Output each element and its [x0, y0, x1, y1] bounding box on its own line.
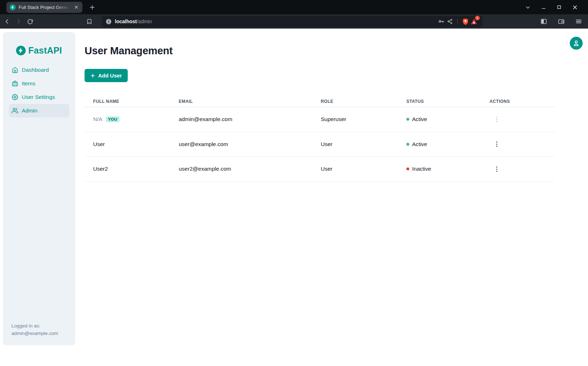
row-actions-button[interactable]: ⋮	[492, 164, 502, 174]
column-header: FULL NAME	[85, 99, 170, 104]
fastapi-logo[interactable]: FastAPI	[3, 45, 75, 56]
fastapi-bolt-icon	[16, 46, 26, 55]
table-row: N/A YOU admin@example.com Superuser Acti…	[85, 107, 555, 132]
menu-hamburger-icon[interactable]	[574, 17, 583, 26]
bookmark-icon[interactable]	[83, 16, 95, 27]
window-close-button[interactable]	[571, 3, 579, 11]
reload-button[interactable]	[24, 16, 36, 27]
sidebar-item-admin[interactable]: Admin	[9, 104, 69, 117]
status-dot	[406, 167, 409, 170]
tab-title: Full Stack Project Genera	[19, 5, 70, 10]
gear-icon	[12, 94, 18, 100]
user-email: admin@example.com	[170, 116, 312, 122]
url-host: localhost	[115, 19, 137, 24]
app-page: FastAPI Dashboard Items User Settings Ad…	[0, 29, 588, 366]
sidebar-panel-icon[interactable]	[539, 17, 548, 26]
logo-text: FastAPI	[28, 45, 62, 56]
rewards-count-badge: 1	[475, 16, 480, 20]
fastapi-favicon-icon	[10, 4, 16, 10]
window-minimize-button[interactable]	[539, 3, 547, 11]
main-content: User Management Add User FULL NAMEEMAILR…	[85, 29, 555, 182]
user-role: User	[312, 141, 398, 147]
briefcase-icon	[12, 80, 18, 87]
new-tab-button[interactable]	[87, 2, 97, 12]
user-full-name: User	[93, 141, 105, 147]
home-icon	[12, 67, 18, 73]
row-actions-button[interactable]: ⋮	[492, 139, 502, 149]
url-path: /admin	[137, 19, 152, 24]
table-body: N/A YOU admin@example.com Superuser Acti…	[85, 107, 555, 182]
status-label: Active	[412, 116, 427, 122]
column-header: STATUS	[398, 99, 481, 104]
table-row: User2 user2@example.com User Inactive ⋮	[85, 157, 555, 182]
tab-search-chevron-icon[interactable]	[524, 3, 532, 11]
page-title: User Management	[85, 45, 555, 57]
sidebar-item-dashboard[interactable]: Dashboard	[9, 63, 69, 77]
password-key-icon[interactable]	[437, 17, 446, 26]
tab-close-icon[interactable]	[73, 4, 80, 10]
sidebar-item-label: Dashboard	[22, 67, 49, 73]
user-role: Superuser	[312, 116, 398, 122]
browser-toolbar: i localhost/admin 1	[0, 14, 588, 29]
sidebar-item-label: Admin	[22, 107, 37, 114]
column-header: ACTIONS	[481, 99, 555, 104]
status-dot	[406, 143, 409, 146]
back-button[interactable]	[1, 16, 13, 27]
plus-icon	[90, 73, 95, 78]
user-email: user@example.com	[170, 141, 312, 147]
sidebar: FastAPI Dashboard Items User Settings Ad…	[3, 32, 75, 345]
user-avatar-button[interactable]	[570, 37, 583, 50]
logged-in-label: Logged in as:	[11, 322, 58, 330]
table-row: User user@example.com User Active ⋮	[85, 132, 555, 157]
sidebar-item-label: User Settings	[22, 94, 55, 100]
wallet-icon[interactable]	[557, 17, 566, 26]
user-email: user2@example.com	[170, 166, 312, 172]
sidebar-item-items[interactable]: Items	[9, 77, 69, 90]
sidebar-nav: Dashboard Items User Settings Admin	[3, 63, 75, 117]
column-header: EMAIL	[170, 99, 312, 104]
address-bar[interactable]: i localhost/admin 1	[102, 16, 482, 27]
forward-button[interactable]	[13, 16, 24, 27]
logged-in-email: admin@example.com	[11, 330, 58, 337]
sidebar-item-user-settings[interactable]: User Settings	[9, 90, 69, 104]
sidebar-item-label: Items	[22, 80, 35, 87]
user-full-name: N/A	[93, 116, 102, 122]
url-text: localhost/admin	[115, 19, 152, 24]
window-maximize-button[interactable]	[555, 3, 563, 11]
status-label: Active	[412, 141, 427, 147]
brave-rewards-icon[interactable]: 1	[470, 17, 478, 26]
add-user-button[interactable]: Add User	[85, 69, 128, 82]
user-full-name: User2	[93, 166, 108, 172]
browser-tab-bar: Full Stack Project Genera	[0, 0, 588, 14]
window-controls	[524, 3, 579, 11]
row-actions-button: ⋮	[492, 114, 502, 124]
users-table: FULL NAMEEMAILROLESTATUSACTIONS N/A YOU …	[85, 96, 555, 182]
toolbar-divider	[457, 19, 458, 25]
logged-in-info: Logged in as: admin@example.com	[11, 322, 58, 337]
brave-shield-icon[interactable]	[461, 17, 470, 26]
table-header-row: FULL NAMEEMAILROLESTATUSACTIONS	[85, 96, 555, 107]
site-info-icon[interactable]: i	[106, 19, 111, 24]
browser-tab[interactable]: Full Stack Project Genera	[6, 2, 82, 13]
users-icon	[12, 107, 18, 114]
status-label: Inactive	[412, 166, 431, 172]
status-dot	[406, 118, 409, 121]
user-role: User	[312, 166, 398, 172]
share-icon[interactable]	[446, 17, 454, 26]
add-user-label: Add User	[98, 72, 122, 79]
toolbar-right-icons	[539, 17, 583, 26]
you-badge: YOU	[106, 116, 120, 122]
column-header: ROLE	[312, 99, 398, 104]
